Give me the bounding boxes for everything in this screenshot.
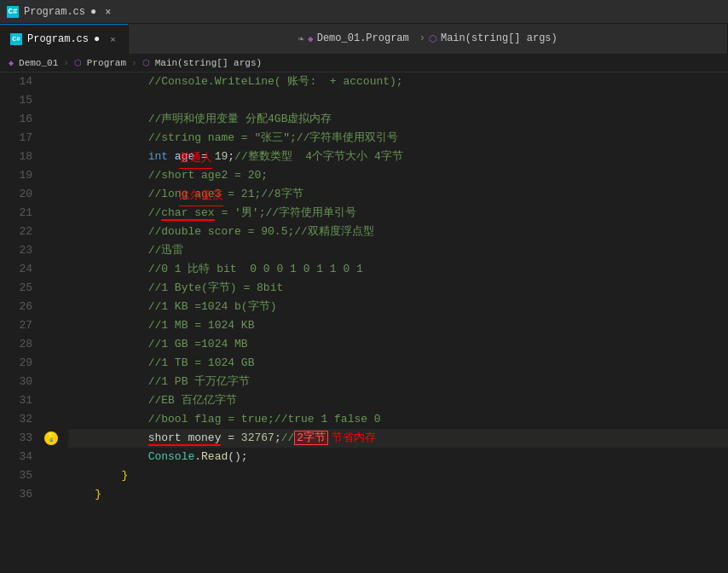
breadcrumb-icon1: ◆ — [9, 58, 14, 68]
code-line-30: //1 PB 千万亿字节 — [68, 373, 728, 391]
breadcrumb-bar: ◆ Demo_01 › ⬡ Program › ⬡ Main(string[] … — [0, 54, 728, 72]
code-line-15 — [68, 91, 728, 110]
program-icon: C# — [7, 6, 19, 18]
code-text-36: } — [68, 485, 101, 504]
code-line-34: Console.Read(); — [68, 448, 728, 466]
title-bar-close-button[interactable]: × — [101, 6, 114, 18]
tab-program-cs-label: Program.cs — [27, 33, 89, 45]
code-text-18: int age = 19;//整数类型 4个字节大小 4字节 — [68, 148, 403, 166]
gutter-15 — [43, 91, 60, 110]
line-num-25: 25 — [3, 279, 36, 298]
tab-close-button[interactable]: × — [108, 34, 117, 44]
code-line-19: //short age2 = 20; — [68, 166, 728, 185]
code-text-31: //EB 百亿亿字节 — [68, 391, 237, 410]
tab-modified-dot: ● — [94, 33, 100, 45]
line-num-27: 27 — [3, 316, 36, 335]
code-text-27: //1 MB = 1024 KB — [68, 316, 254, 335]
editor-area: 14 15 16 17 18 19 20 21 22 23 24 25 26 2… — [0, 72, 728, 573]
breadcrumb-program[interactable]: Program — [87, 58, 126, 68]
code-line-20: 比尔盖茨 //long age3 = 21;//8字节 — [68, 185, 728, 204]
gutter-35 — [43, 466, 60, 485]
line-num-20: 20 — [3, 185, 36, 204]
gutter-23 — [43, 241, 60, 260]
line-num-18: 18 — [3, 148, 36, 166]
breadcrumb-icon2: ⬡ — [74, 58, 82, 68]
lightbulb-icon[interactable]: 💡 — [44, 431, 58, 445]
code-text-33: short money = 32767;//2字节节省内存 — [68, 429, 376, 448]
tab-bar: C# Program.cs ● × ❧ ◆ Demo_01.Program › … — [0, 24, 728, 54]
gutter-27 — [43, 316, 60, 335]
tab-demo01-icon: ◆ — [308, 33, 314, 44]
gutter-19 — [43, 166, 60, 185]
gutter-18 — [43, 148, 60, 166]
code-editor[interactable]: //Console.WriteLine( 账号: + account); //声… — [60, 72, 728, 573]
code-annotation-比尔盖茨: 比尔盖茨 — [179, 187, 223, 206]
line-num-24: 24 — [3, 260, 36, 279]
line-num-29: 29 — [3, 354, 36, 373]
code-line-16: //声明和使用变量 分配4GB虚拟内存 — [68, 110, 728, 129]
gutter-29 — [43, 354, 60, 373]
title-bar: C# Program.cs ● × — [0, 0, 728, 24]
breadcrumb-icon3: ⬡ — [142, 58, 150, 68]
code-line-35: } — [68, 466, 728, 485]
line-num-21: 21 — [3, 204, 36, 223]
code-text-29: //1 TB = 1024 GB — [68, 354, 254, 373]
gutter-14 — [43, 72, 60, 91]
line-num-19: 19 — [3, 166, 36, 185]
line-num-34: 34 — [3, 448, 36, 466]
line-num-14: 14 — [3, 72, 36, 91]
code-text-23: //迅雷 — [68, 241, 183, 260]
code-text-19: //short age2 = 20; — [68, 166, 268, 185]
code-text-32: //bool flag = true;//true 1 false 0 — [68, 410, 381, 429]
code-text-28: //1 GB =1024 MB — [68, 335, 248, 354]
code-text-24: //0 1 比特 bit 0 0 0 1 0 1 1 0 1 — [68, 260, 363, 279]
line-num-22: 22 — [3, 223, 36, 241]
code-line-23: //迅雷 — [68, 241, 728, 260]
code-line-31: //EB 百亿亿字节 — [68, 391, 728, 410]
code-line-17: //string name = "张三";//字符串使用双引号 — [68, 129, 728, 148]
gutter-33: 💡 — [43, 429, 60, 448]
tab-main-icon: ⬡ — [429, 33, 437, 44]
gutter-34 — [43, 448, 60, 466]
code-line-14: //Console.WriteLine( 账号: + account); — [68, 72, 728, 91]
line-num-30: 30 — [3, 373, 36, 391]
gutter-22 — [43, 223, 60, 241]
tab-demo01-label: Demo_01.Program — [317, 32, 409, 44]
line-num-28: 28 — [3, 335, 36, 354]
tab-program-cs[interactable]: C# Program.cs ● × — [0, 24, 129, 54]
gutter-32 — [43, 410, 60, 429]
gutter-28 — [43, 335, 60, 354]
line-num-36: 36 — [3, 485, 36, 504]
title-bar-filename: Program.cs — [24, 6, 85, 18]
code-text-16: //声明和使用变量 分配4GB虚拟内存 — [68, 110, 332, 129]
gutter-16 — [43, 110, 60, 129]
gutter-36 — [43, 485, 60, 504]
breadcrumb-separator1: › — [63, 58, 69, 68]
tab-breadcrumb-sep2: › — [419, 32, 425, 44]
line-num-31: 31 — [3, 391, 36, 410]
line-num-35: 35 — [3, 466, 36, 485]
gutter-26 — [43, 298, 60, 316]
gutter-24 — [43, 260, 60, 279]
code-text-25: //1 Byte(字节) = 8bit — [68, 279, 283, 298]
code-text-30: //1 PB 千万亿字节 — [68, 373, 250, 391]
line-num-23: 23 — [3, 241, 36, 260]
code-line-29: //1 TB = 1024 GB — [68, 354, 728, 373]
tab-demo01-program[interactable]: ❧ ◆ Demo_01.Program › ⬡ Main(string[] ar… — [129, 24, 728, 54]
editor-gutter: 💡 — [43, 72, 60, 573]
breadcrumb-separator2: › — [131, 58, 137, 68]
code-text-21: //char sex = '男';//字符使用单引号 — [68, 204, 356, 223]
tab-main-label: Main(string[] args) — [441, 32, 558, 44]
tab-breadcrumb-sep1: ❧ — [298, 32, 304, 45]
gutter-17 — [43, 129, 60, 148]
line-num-17: 17 — [3, 129, 36, 148]
code-line-21: //char sex = '男';//字符使用单引号 — [68, 204, 728, 223]
code-line-25: //1 Byte(字节) = 8bit — [68, 279, 728, 298]
gutter-31 — [43, 391, 60, 410]
breadcrumb-main[interactable]: Main(string[] args) — [155, 58, 262, 68]
breadcrumb-demo01[interactable]: Demo_01 — [19, 58, 58, 68]
code-text-14: //Console.WriteLine( 账号: + account); — [68, 72, 403, 91]
gutter-21 — [43, 204, 60, 223]
line-numbers: 14 15 16 17 18 19 20 21 22 23 24 25 26 2… — [0, 72, 43, 573]
code-text-35: } — [68, 466, 128, 485]
